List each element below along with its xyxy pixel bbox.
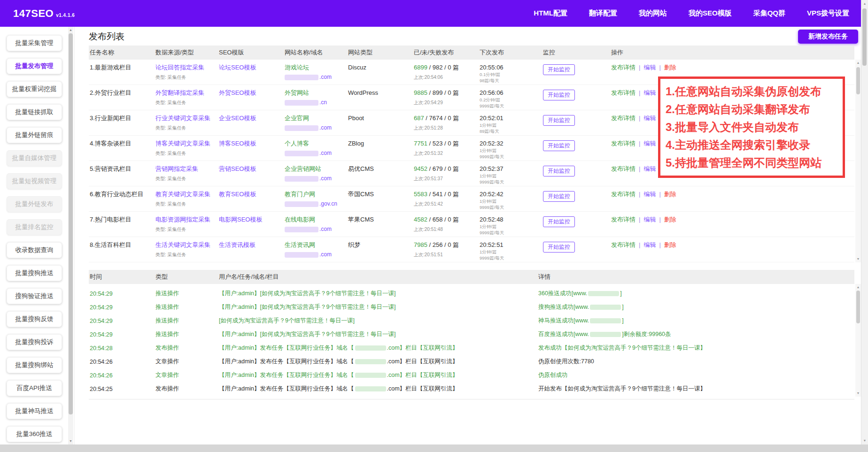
- nav-my-sites[interactable]: 我的网站: [639, 9, 667, 18]
- sidebar-item-batch-shenma-push[interactable]: 批量神马推送: [7, 403, 62, 419]
- new-publish-task-button[interactable]: 新增发布任务: [798, 30, 858, 44]
- sidebar-item-batch-short-video-management[interactable]: 批量短视频管理: [7, 173, 62, 189]
- nav-translate-config[interactable]: 翻译配置: [589, 9, 617, 18]
- scroll-up-icon[interactable]: ▲: [861, 1, 868, 6]
- start-monitor-button[interactable]: 开始监控: [543, 216, 575, 227]
- cms-type: 苹果CMS: [347, 216, 413, 237]
- sidebar-item-batch-rank-monitor[interactable]: 批量排名监控: [7, 219, 62, 235]
- scroll-up-icon[interactable]: ▲: [68, 28, 73, 32]
- log-time: 20:54:29: [89, 291, 155, 297]
- sidebar-item-baidu-api-push[interactable]: 百度API推送: [7, 380, 62, 396]
- scroll-down-icon[interactable]: ▼: [855, 257, 861, 261]
- start-monitor-button[interactable]: 开始监控: [543, 140, 575, 151]
- publish-detail-link[interactable]: 发布详情: [611, 140, 636, 147]
- edit-link[interactable]: 编辑: [643, 64, 656, 71]
- data-source-link[interactable]: 博客关键词文章采集: [155, 140, 210, 147]
- publish-detail-link[interactable]: 发布详情: [611, 191, 636, 198]
- log-detail-text: ]剩余额度:99960条: [622, 331, 671, 337]
- data-source-link[interactable]: 教育关键词文章采集: [155, 191, 210, 198]
- sidebar-item-batch-weight-word-mining[interactable]: 批量权重词挖掘: [7, 81, 62, 97]
- edit-link[interactable]: 编辑: [643, 191, 656, 198]
- pending-failed-counts: / 256 / 0 篇: [427, 241, 459, 248]
- annotation-overlay: 1.任意网站自动采集伪原创发布 2.任意网站自动采集翻译发布 3.批量导入文件夹…: [658, 77, 845, 178]
- sidebar-item-batch-publish-management[interactable]: 批量发布管理: [7, 58, 62, 74]
- data-source-link[interactable]: 论坛回答指定采集: [155, 64, 204, 71]
- delete-link[interactable]: 删除: [664, 241, 676, 248]
- sidebar-item-batch-360-push[interactable]: 批量360推送: [7, 426, 62, 442]
- publish-detail-link[interactable]: 发布详情: [611, 115, 636, 122]
- publish-table-scrollbar[interactable]: ▲ ▼: [855, 60, 861, 262]
- cms-type: WordPress: [347, 89, 413, 110]
- start-monitor-button[interactable]: 开始监控: [543, 191, 575, 202]
- nav-vps-dial-settings[interactable]: VPS拨号设置: [807, 9, 849, 18]
- scroll-down-icon[interactable]: ▼: [855, 391, 861, 396]
- page-scrollbar-thumb[interactable]: [862, 8, 867, 66]
- published-count: 5583: [414, 191, 427, 198]
- log-detail: 神马推送成功[www.]: [537, 317, 854, 325]
- publish-detail-link[interactable]: 发布详情: [611, 64, 636, 71]
- edit-link[interactable]: 编辑: [643, 241, 656, 248]
- data-source-link[interactable]: 电影资源网指定采集: [155, 216, 210, 223]
- edit-link[interactable]: 编辑: [643, 115, 656, 122]
- seo-template-link[interactable]: 电影网SEO模板: [219, 216, 262, 223]
- edit-link[interactable]: 编辑: [643, 140, 656, 147]
- publish-table-scrollbar-thumb[interactable]: [856, 67, 860, 94]
- publish-detail-link[interactable]: 发布详情: [611, 241, 636, 248]
- edit-link[interactable]: 编辑: [643, 89, 656, 96]
- data-source-link[interactable]: 行业关键词文章采集: [155, 115, 210, 122]
- seo-template-link[interactable]: 教育SEO模板: [219, 191, 256, 198]
- delete-link[interactable]: 删除: [664, 216, 676, 223]
- sidebar-scrollbar-thumb[interactable]: [69, 33, 73, 414]
- data-source-link[interactable]: 营销网指定采集: [155, 165, 198, 172]
- sidebar-item-batch-sogou-complaint[interactable]: 批量搜狗投诉: [7, 334, 62, 350]
- nav-my-seo-templates[interactable]: 我的SEO模版: [689, 9, 732, 18]
- publish-detail-link[interactable]: 发布详情: [611, 216, 636, 223]
- nav-collect-qq-group[interactable]: 采集QQ群: [753, 9, 785, 18]
- scroll-up-icon[interactable]: ▲: [855, 61, 861, 65]
- sidebar-item-batch-backlink-trace[interactable]: 批量外链留痕: [7, 127, 62, 143]
- start-monitor-button[interactable]: 开始监控: [543, 90, 575, 100]
- log-task-text: 【用户:admin】发布任务【互联网行业任务】域名【: [219, 372, 354, 378]
- sidebar-item-batch-sogou-bind-site[interactable]: 批量搜狗绑站: [7, 357, 62, 373]
- scroll-up-icon[interactable]: ▲: [855, 285, 861, 290]
- seo-template-link[interactable]: 论坛SEO模板: [219, 64, 256, 71]
- cms-type: 帝国CMS: [347, 191, 413, 211]
- edit-link[interactable]: 编辑: [643, 165, 656, 172]
- start-monitor-button[interactable]: 开始监控: [543, 64, 575, 75]
- publish-detail-link[interactable]: 发布详情: [611, 165, 636, 172]
- published-count: 9885: [414, 89, 427, 96]
- sidebar-item-index-data-query[interactable]: 收录数据查询: [7, 242, 62, 258]
- sidebar-item-batch-link-capture[interactable]: 批量链接抓取: [7, 104, 62, 120]
- edit-link[interactable]: 编辑: [643, 216, 656, 223]
- sidebar-scrollbar[interactable]: ▲ ▼: [68, 27, 73, 444]
- start-monitor-button[interactable]: 开始监控: [543, 242, 575, 253]
- seo-template-link[interactable]: 生活资讯模板: [219, 241, 256, 248]
- next-publish-cell: 20:56:06 0.2分钟/篇 9999篇/每天: [479, 89, 542, 110]
- publish-detail-link[interactable]: 发布详情: [611, 89, 636, 96]
- scroll-down-icon[interactable]: ▼: [68, 439, 73, 444]
- seo-template-link[interactable]: 营销SEO模板: [219, 165, 256, 172]
- nav-html-config[interactable]: HTML配置: [534, 9, 567, 18]
- log-table-scrollbar[interactable]: ▲ ▼: [855, 284, 861, 397]
- sidebar-item-batch-backlink-publish[interactable]: 批量外链发布: [7, 196, 62, 212]
- publish-table-row: 8.生活百科栏目 生活关键词文章采集 类型: 采集任务 生活资讯模板 生活资讯网…: [89, 237, 854, 262]
- seo-template-link[interactable]: 博客SEO模板: [219, 140, 256, 147]
- page-scrollbar[interactable]: ▲ ▼: [861, 0, 868, 444]
- col-header-monitor: 监控: [542, 48, 610, 57]
- seo-template-link[interactable]: 企业SEO模板: [219, 115, 256, 122]
- scroll-down-icon[interactable]: ▼: [861, 438, 868, 443]
- sidebar-item-batch-self-media-management[interactable]: 批量自媒体管理: [7, 150, 62, 166]
- sidebar-item-sogou-verify-push[interactable]: 搜狗验证推送: [7, 288, 62, 304]
- data-source-link[interactable]: 生活关键词文章采集: [155, 241, 210, 248]
- sidebar-item-batch-collect-management[interactable]: 批量采集管理: [7, 35, 62, 51]
- seo-template-link[interactable]: 外贸SEO模板: [219, 89, 256, 96]
- data-source-link[interactable]: 外贸翻译指定采集: [155, 89, 204, 96]
- sidebar-item-batch-sogou-push[interactable]: 批量搜狗推送: [7, 265, 62, 281]
- delete-link[interactable]: 删除: [664, 191, 676, 198]
- log-table-scrollbar-thumb[interactable]: [856, 291, 860, 323]
- delete-link[interactable]: 删除: [664, 64, 676, 71]
- sidebar-item-batch-sogou-feedback[interactable]: 批量搜狗反馈: [7, 311, 62, 327]
- start-monitor-button[interactable]: 开始监控: [543, 115, 575, 126]
- action-separator: |: [639, 89, 640, 96]
- start-monitor-button[interactable]: 开始监控: [543, 166, 575, 176]
